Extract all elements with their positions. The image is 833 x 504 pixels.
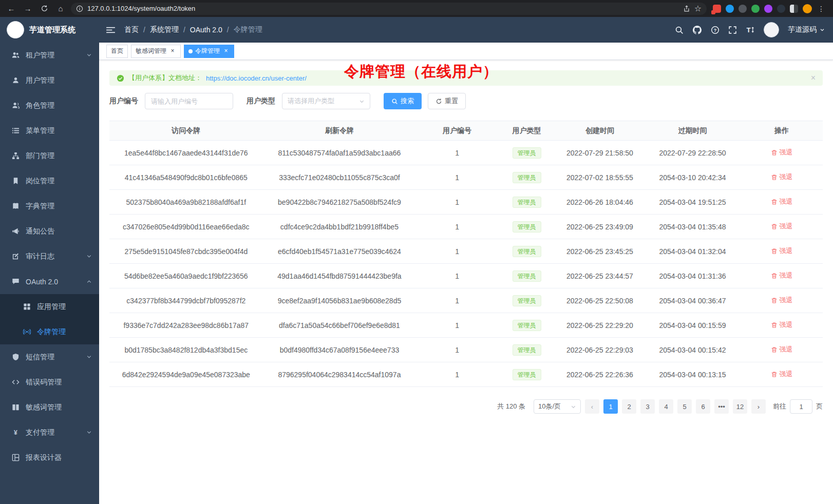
extension-icon[interactable] — [726, 5, 734, 13]
sidebar-item-pay[interactable]: ¥支付管理 — [0, 420, 99, 445]
alert-text: 【用户体系】文档地址： — [128, 73, 202, 83]
goto-page-input[interactable] — [790, 399, 812, 414]
fullscreen-icon[interactable] — [728, 26, 737, 34]
sidebar-item-dept[interactable]: 部门管理 — [0, 143, 99, 168]
browser-profile-avatar[interactable] — [803, 4, 812, 13]
reload-icon[interactable] — [38, 3, 50, 15]
search-button[interactable]: 搜索 — [384, 93, 422, 109]
chevron-down-icon — [86, 430, 92, 435]
user-type-select[interactable]: 请选择用户类型 — [282, 93, 370, 109]
force-logout-button[interactable]: 强退 — [771, 345, 793, 354]
audit-icon — [11, 253, 20, 260]
trash-icon — [771, 346, 778, 353]
tenant-icon — [11, 51, 20, 59]
sidebar-item-oauth[interactable]: OAuth 2.0 — [0, 269, 99, 294]
extension-icon[interactable] — [777, 5, 785, 13]
browser-extensions: ⋮ — [711, 4, 828, 13]
svg-text:T: T — [747, 26, 751, 34]
close-icon[interactable]: × — [811, 73, 816, 83]
tab-home[interactable]: 首页 — [106, 45, 128, 58]
cell-refresh-token: 333ecfc71e02480cb11055c875c3ca0f — [263, 165, 416, 190]
cell-expire-time: 2054-03-04 00:15:59 — [645, 313, 741, 338]
page-size-select[interactable]: 10条/页 — [534, 399, 581, 414]
page-button[interactable]: 4 — [659, 399, 673, 414]
help-icon[interactable]: ? — [711, 26, 720, 34]
extension-icon[interactable] — [713, 5, 721, 13]
url-text[interactable]: 127.0.0.1:1024/system/oauth2/token — [87, 5, 679, 12]
sidebar-item-menu[interactable]: 菜单管理 — [0, 118, 99, 143]
next-page-button[interactable]: › — [751, 399, 766, 414]
sidebar-item-notice[interactable]: 通知公告 — [0, 219, 99, 244]
user-id-input[interactable] — [145, 93, 233, 109]
user-avatar[interactable] — [764, 22, 779, 37]
page-button[interactable]: 1 — [603, 399, 618, 414]
bookmark-star-icon[interactable]: ☆ — [694, 4, 702, 13]
logo-avatar — [7, 21, 24, 38]
extension-icon[interactable] — [790, 5, 798, 13]
force-logout-button[interactable]: 强退 — [771, 246, 793, 256]
breadcrumb-item[interactable]: OAuth 2.0 — [190, 26, 222, 34]
sidebar-item-user[interactable]: 用户管理 — [0, 68, 99, 93]
search-icon[interactable] — [675, 26, 684, 34]
user-type-badge: 管理员 — [513, 369, 541, 380]
filter-bar: 用户编号 用户类型 请选择用户类型 搜索 重置 — [109, 93, 823, 109]
sidebar-item-token[interactable]: 令牌管理 — [0, 319, 99, 344]
force-logout-button[interactable]: 强退 — [771, 320, 793, 329]
role-icon — [11, 102, 20, 109]
reset-button[interactable]: 重置 — [428, 93, 466, 109]
sidebar-item-errorcode[interactable]: 错误码管理 — [0, 370, 99, 395]
page-button[interactable]: 12 — [733, 399, 747, 414]
sidebar-item-report[interactable]: 报表设计器 — [0, 445, 99, 470]
force-logout-button[interactable]: 强退 — [771, 172, 793, 182]
hamburger-icon[interactable] — [106, 26, 115, 34]
page-ellipsis[interactable]: ••• — [714, 399, 729, 414]
page-button[interactable]: 6 — [696, 399, 710, 414]
breadcrumb-item[interactable]: 首页 — [124, 25, 139, 34]
site-info-icon[interactable] — [76, 5, 83, 12]
breadcrumb-item[interactable]: 系统管理 — [150, 25, 179, 34]
browser-menu-icon[interactable]: ⋮ — [817, 5, 826, 13]
cell-refresh-token: 9ce8ef2aa9f14056b831ae9b608e28d5 — [263, 288, 416, 313]
home-icon[interactable]: ⌂ — [54, 3, 67, 15]
back-icon[interactable]: ← — [5, 3, 17, 15]
table-row: 41c41346a548490f9dc8b01c6bfe0865333ecfc7… — [109, 165, 823, 190]
app-logo[interactable]: 芋道管理系统 — [0, 17, 99, 43]
user-menu[interactable]: 芋道源码 — [788, 25, 825, 34]
column-header: 创建时间 — [555, 121, 645, 141]
sidebar-item-post[interactable]: 岗位管理 — [0, 168, 99, 193]
close-icon[interactable]: × — [169, 48, 176, 55]
doc-link[interactable]: https://doc.iocoder.cn/user-center/ — [206, 74, 307, 82]
page-button[interactable]: 3 — [640, 399, 655, 414]
trash-icon — [771, 248, 778, 255]
force-logout-button[interactable]: 强退 — [771, 296, 793, 305]
force-logout-button[interactable]: 强退 — [771, 271, 793, 280]
trash-icon — [771, 297, 778, 304]
page-button[interactable]: 2 — [622, 399, 636, 414]
prev-page-button[interactable]: ‹ — [585, 399, 599, 414]
sidebar-item-sms[interactable]: 短信管理 — [0, 344, 99, 370]
username: 芋道源码 — [788, 25, 817, 34]
force-logout-button[interactable]: 强退 — [771, 222, 793, 231]
extension-icon[interactable] — [739, 5, 747, 13]
github-icon[interactable] — [692, 25, 702, 35]
sidebar-item-audit[interactable]: 审计日志 — [0, 244, 99, 269]
page-button[interactable]: 5 — [677, 399, 692, 414]
extension-icon[interactable] — [751, 5, 760, 13]
force-logout-button[interactable]: 强退 — [771, 370, 793, 379]
sidebar-item-sensitive[interactable]: 敏感词管理 — [0, 395, 99, 420]
font-size-icon[interactable]: T — [746, 25, 755, 34]
tab-token-management[interactable]: 令牌管理× — [184, 45, 234, 58]
forward-icon[interactable]: → — [22, 3, 34, 15]
address-bar[interactable]: 127.0.0.1:1024/system/oauth2/token ☆ — [71, 3, 707, 15]
force-logout-button[interactable]: 强退 — [771, 148, 793, 157]
extensions-puzzle-icon[interactable] — [764, 5, 772, 13]
share-icon[interactable] — [683, 5, 690, 12]
tab-sensitive-word[interactable]: 敏感词管理× — [131, 45, 181, 58]
sidebar-item-dict[interactable]: 字典管理 — [0, 193, 99, 219]
force-logout-button[interactable]: 强退 — [771, 197, 793, 206]
sidebar-item-app[interactable]: 应用管理 — [0, 294, 99, 319]
table-row: b0d1785bc3a8482f812db4a3f3bd15ecb0df4980… — [109, 338, 823, 362]
close-icon[interactable]: × — [222, 48, 230, 55]
sidebar-item-tenant[interactable]: 租户管理 — [0, 43, 99, 68]
sidebar-item-role[interactable]: 角色管理 — [0, 93, 99, 118]
